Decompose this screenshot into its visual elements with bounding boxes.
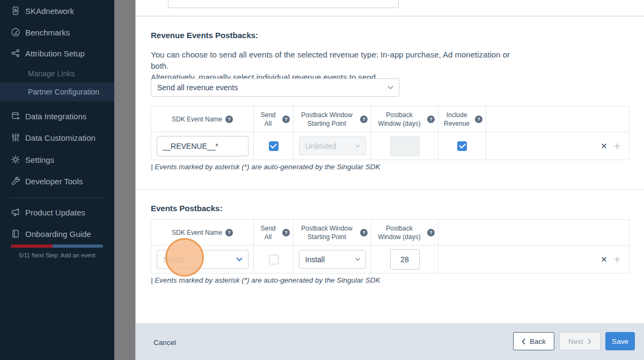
- col-header-actions: [438, 220, 629, 245]
- onboarding-progress-fill: [11, 244, 53, 248]
- sidebar-item-data-integrations[interactable]: Data Integrations: [0, 105, 114, 127]
- col-header-postback-window-start: Postback Window Starting Point: [294, 220, 371, 245]
- sidebar-item-label: Product Updates: [25, 208, 85, 217]
- help-icon[interactable]: [225, 229, 233, 236]
- footer-bar: Cancel Back Next Save: [136, 323, 644, 360]
- sidebar-divider: [10, 198, 105, 198]
- col-header-send-all: Send All: [254, 106, 294, 132]
- col-header-label: Send All: [257, 224, 279, 241]
- sidebar-item-onboarding-guide[interactable]: Onboarding Guide: [0, 223, 114, 244]
- help-icon[interactable]: [360, 229, 368, 236]
- postback-window-start-select[interactable]: Install: [299, 250, 366, 269]
- col-header-sdk-event-name: SDK Event Name: [151, 106, 254, 132]
- chevron-right-icon: [588, 339, 591, 344]
- sidebar: SKAdnetwork Benchmarks Attribution Setup…: [0, 0, 114, 360]
- table-row: Select Install: [151, 246, 629, 273]
- row-actions-cell: [486, 132, 629, 160]
- gear-icon: [11, 155, 20, 164]
- help-icon[interactable]: [225, 116, 233, 123]
- help-icon[interactable]: [475, 116, 482, 123]
- next-button-label: Next: [568, 337, 583, 345]
- send-all-checkbox[interactable]: [269, 255, 279, 264]
- col-header-postback-window-days: Postback Window (days): [371, 106, 438, 132]
- sliders-icon: [11, 133, 20, 142]
- sidebar-item-product-updates[interactable]: Product Updates: [0, 201, 114, 223]
- sidebar-item-label: Data Customization: [25, 133, 96, 142]
- col-header-send-all: Send All: [254, 220, 294, 245]
- cancel-link[interactable]: Cancel: [153, 324, 176, 360]
- gauge-icon: [11, 27, 20, 37]
- help-icon[interactable]: [427, 229, 435, 236]
- sidebar-subitem-label: Manage Links: [28, 69, 75, 78]
- postback-window-days-input: [390, 136, 420, 156]
- col-header-label: Postback Window Starting Point: [297, 224, 357, 241]
- help-icon[interactable]: [282, 229, 290, 236]
- revenue-events-table: SDK Event Name Send All Postback Window …: [151, 106, 630, 160]
- col-header-label: SDK Event Name: [172, 228, 222, 237]
- add-row-icon[interactable]: [614, 254, 620, 265]
- revenue-mode-select-value: Send all revenue events: [151, 83, 238, 92]
- top-divider: [136, 16, 644, 17]
- postback-window-days-input[interactable]: [390, 249, 420, 270]
- col-header-label: Postback Window Starting Point: [297, 111, 357, 128]
- col-header-label: Send All: [257, 111, 279, 128]
- chevron-left-icon: [522, 339, 525, 344]
- event-name-select[interactable]: Select: [157, 250, 248, 269]
- revenue-postbacks-heading: Revenue Events Postbacks:: [151, 31, 258, 40]
- sidebar-item-label: Attribution Setup: [25, 49, 85, 58]
- send-all-cell: [254, 132, 294, 160]
- revenue-postbacks-description: You can choose to send all events of the…: [151, 49, 521, 83]
- include-revenue-checkbox[interactable]: [457, 141, 467, 151]
- sidebar-item-label: Onboarding Guide: [25, 229, 91, 239]
- sidebar-item-manage-links[interactable]: Manage Links: [0, 64, 114, 83]
- col-header-label: Include Revenue: [442, 111, 472, 128]
- include-revenue-cell: [438, 132, 486, 160]
- send-all-cell: [254, 246, 294, 273]
- event-name-placeholder: Select: [157, 255, 184, 264]
- dimmed-backdrop: [114, 0, 135, 360]
- add-row-icon[interactable]: [614, 140, 620, 152]
- sidebar-item-data-customization[interactable]: Data Customization: [0, 127, 114, 148]
- next-button[interactable]: Next: [559, 332, 601, 350]
- sidebar-item-partner-configuration[interactable]: Partner Configuration: [0, 82, 114, 102]
- revenue-mode-select[interactable]: Send all revenue events: [151, 78, 399, 97]
- help-icon[interactable]: [427, 116, 435, 123]
- table-header-row: SDK Event Name Send All Postback Window …: [151, 106, 629, 132]
- send-all-checkbox[interactable]: [269, 141, 279, 151]
- onboarding-progress-bar: [11, 244, 103, 248]
- remove-row-icon[interactable]: [601, 142, 608, 150]
- help-icon[interactable]: [360, 116, 368, 123]
- asterisk-note: | Events marked by asterisk (*) are auto…: [151, 276, 380, 284]
- megaphone-icon: [11, 207, 20, 217]
- asterisk-note: | Events marked by asterisk (*) are auto…: [151, 163, 380, 171]
- col-header-label: Postback Window (days): [375, 224, 424, 241]
- save-button[interactable]: Save: [605, 332, 635, 350]
- sidebar-item-settings[interactable]: Settings: [0, 149, 114, 170]
- sidebar-item-skadnetwork[interactable]: SKAdnetwork: [0, 0, 114, 21]
- database-plus-icon: [11, 111, 20, 121]
- back-button[interactable]: Back: [513, 332, 554, 350]
- postback-window-days-cell: [371, 132, 438, 160]
- event-name-cell: Select: [151, 246, 254, 273]
- sidebar-item-benchmarks[interactable]: Benchmarks: [0, 21, 114, 43]
- wrench-icon: [11, 176, 20, 186]
- col-header-include-revenue: Include Revenue: [438, 106, 486, 132]
- col-header-label: Postback Window (days): [375, 111, 424, 128]
- partial-field-above[interactable]: [168, 0, 399, 8]
- col-header-sdk-event-name: SDK Event Name: [151, 220, 254, 245]
- table-header-row: SDK Event Name Send All Postback Window …: [151, 220, 629, 246]
- onboarding-progress-caption: 5/11 Next Step: Add an event: [0, 252, 114, 258]
- sidebar-item-label: Developer Tools: [25, 177, 83, 186]
- sidebar-item-label: Data Integrations: [25, 112, 86, 121]
- sidebar-item-developer-tools[interactable]: Developer Tools: [0, 170, 114, 192]
- postback-window-start-value: Install: [299, 255, 325, 264]
- remove-row-icon[interactable]: [601, 255, 608, 263]
- revenue-event-name-input[interactable]: [157, 136, 248, 156]
- help-icon[interactable]: [282, 116, 290, 123]
- table-row: Unlimited: [151, 132, 629, 160]
- col-header-postback-window-days: Postback Window (days): [371, 220, 438, 245]
- chevron-down-icon: [355, 258, 360, 261]
- sidebar-item-attribution-setup[interactable]: Attribution Setup: [0, 42, 114, 64]
- book-icon: [11, 229, 20, 239]
- events-table: SDK Event Name Send All Postback Window …: [151, 219, 630, 273]
